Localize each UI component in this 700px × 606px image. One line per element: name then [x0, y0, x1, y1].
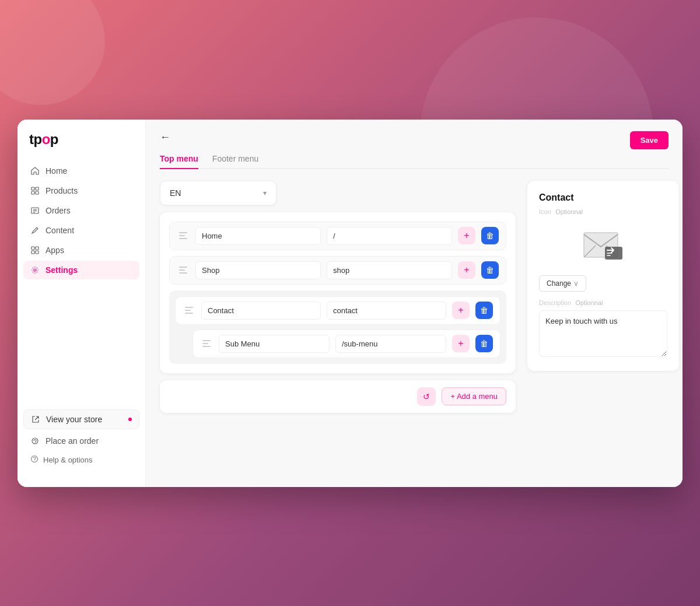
tab-footer-menu[interactable]: Footer menu: [212, 149, 258, 169]
right-panel: Contact Icon Optionnal: [527, 181, 679, 475]
settings-icon: [30, 265, 40, 275]
sidebar-item-products-label: Products: [46, 186, 78, 195]
svg-rect-8: [32, 247, 34, 250]
description-textarea[interactable]: Keep in touch with us: [539, 310, 667, 357]
menu-input-sub-name[interactable]: [219, 335, 330, 353]
main-inner: ← Top menu Footer menu Save EN ▾: [146, 120, 682, 487]
delete-sub[interactable]: 🗑: [475, 335, 493, 352]
app-window: tpop Home: [18, 120, 682, 487]
menu-items-container: + 🗑 + 🗑: [160, 212, 516, 373]
sidebar-item-orders-label: Orders: [46, 206, 71, 215]
add-menu-button[interactable]: + Add a menu: [442, 387, 506, 405]
menu-item-shop: + 🗑: [169, 256, 506, 285]
sidebar-item-home[interactable]: Home: [23, 162, 139, 180]
contact-title: Contact: [539, 192, 667, 203]
menu-input-shop-path[interactable]: [327, 261, 452, 279]
icon-preview: [539, 222, 667, 268]
external-link-icon: [31, 415, 40, 424]
help-options-button[interactable]: Help & options: [23, 450, 139, 470]
menu-input-contact-path[interactable]: [327, 302, 446, 320]
menu-item-contact: + 🗑: [175, 296, 501, 325]
sidebar-item-products[interactable]: Products: [23, 181, 139, 200]
nav-items: Home Products: [18, 162, 145, 401]
svg-rect-0: [32, 187, 34, 190]
add-sub-menu-contact[interactable]: +: [452, 302, 470, 319]
sidebar-item-settings-label: Settings: [46, 265, 78, 275]
description-label: Description Optionnal: [539, 299, 667, 307]
sidebar-item-content-label: Content: [46, 226, 74, 235]
description-optional: Optionnal: [575, 299, 603, 306]
icon-label-text: Icon: [539, 208, 551, 215]
logo-text: tpop: [29, 131, 58, 148]
tab-top-menu[interactable]: Top menu: [160, 149, 198, 169]
svg-rect-3: [36, 191, 38, 194]
home-icon: [30, 166, 40, 176]
view-store-label: View your store: [46, 415, 102, 424]
status-dot: [128, 418, 132, 421]
sidebar-item-home-label: Home: [46, 166, 67, 176]
icon-label: Icon Optionnal: [539, 208, 667, 216]
sidebar-item-content[interactable]: Content: [23, 221, 139, 240]
drag-handle-sub-menu[interactable]: [200, 338, 213, 349]
content-columns: EN ▾ + 🗑: [160, 181, 668, 475]
drag-handle-shop[interactable]: [177, 264, 190, 276]
back-button[interactable]: ←: [160, 131, 174, 143]
help-icon: [30, 455, 38, 465]
products-icon: [30, 186, 40, 195]
chevron-down-icon: ▾: [263, 189, 267, 197]
help-options-label: Help & options: [43, 456, 93, 464]
menu-bottom-bar: ↺ + Add a menu: [160, 380, 516, 413]
view-store-button[interactable]: View your store: [23, 409, 139, 429]
logo: tpop: [18, 131, 145, 162]
refresh-button[interactable]: ↺: [417, 387, 436, 406]
language-selector[interactable]: EN ▾: [160, 181, 276, 205]
delete-shop[interactable]: 🗑: [481, 261, 499, 279]
menu-input-home-path[interactable]: [327, 227, 452, 245]
icon-optional-text: Optionnal: [555, 208, 583, 215]
add-sub-menu-sub[interactable]: +: [452, 335, 470, 352]
place-order-label: Place an order: [46, 436, 99, 446]
delete-home[interactable]: 🗑: [481, 227, 499, 244]
sidebar-item-settings[interactable]: Settings: [23, 261, 139, 279]
menu-input-home-name[interactable]: [195, 227, 321, 245]
svg-rect-9: [36, 247, 38, 250]
svg-rect-11: [36, 251, 38, 254]
sidebar-footer: View your store Place an order: [18, 401, 145, 475]
place-order-button[interactable]: Place an order: [23, 432, 139, 450]
content-icon: [30, 226, 40, 235]
main-content: ← Top menu Footer menu Save EN ▾: [146, 120, 682, 487]
svg-rect-10: [32, 251, 34, 254]
save-button[interactable]: Save: [630, 131, 668, 149]
change-label-text: Change: [547, 279, 571, 288]
sidebar-item-apps[interactable]: Apps: [23, 241, 139, 260]
menu-input-shop-name[interactable]: [195, 261, 321, 279]
svg-rect-1: [36, 187, 38, 190]
mail-icon-svg: [583, 228, 624, 262]
sidebar-item-orders[interactable]: Orders: [23, 201, 139, 220]
menu-input-contact-name[interactable]: [201, 302, 321, 320]
sidebar-item-apps-label: Apps: [46, 246, 64, 255]
contact-card: Contact Icon Optionnal: [527, 181, 679, 371]
apps-icon: [30, 246, 40, 255]
svg-rect-2: [32, 191, 34, 194]
menu-builder: EN ▾ + 🗑: [160, 181, 516, 475]
add-sub-menu-shop[interactable]: +: [458, 261, 475, 279]
sidebar: tpop Home: [18, 120, 146, 487]
drag-handle-contact[interactable]: [183, 304, 195, 316]
svg-point-12: [34, 269, 36, 271]
menu-item-home: + 🗑: [169, 222, 506, 250]
menu-item-sub-menu: + 🗑: [192, 330, 501, 358]
svg-point-16: [34, 460, 34, 461]
tab-bar: Top menu Footer menu: [160, 149, 668, 169]
orders-icon: [30, 206, 40, 215]
logo-accent: o: [42, 131, 50, 147]
language-value: EN: [170, 188, 181, 198]
menu-input-sub-path[interactable]: [335, 335, 446, 353]
add-sub-menu-home[interactable]: +: [458, 227, 475, 244]
change-icon-button[interactable]: Change: [539, 275, 586, 292]
contact-group: + 🗑 + 🗑: [169, 290, 506, 364]
place-order-icon: [30, 436, 40, 446]
drag-handle-home[interactable]: [177, 230, 190, 241]
svg-point-14: [34, 443, 35, 443]
delete-contact[interactable]: 🗑: [475, 302, 493, 319]
